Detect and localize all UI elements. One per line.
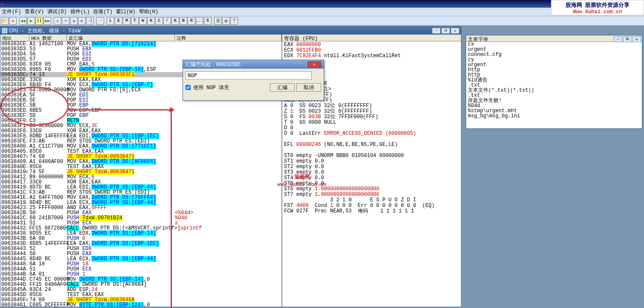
disasm-row[interactable]: 00638412.B9 06000000MOV ECX,6 — [0, 174, 281, 180]
tb-ff[interactable]: ▶▶ — [44, 17, 51, 25]
tb-e[interactable]: E — [115, 17, 122, 25]
disasm-row[interactable]: 00638400.A1 C11C7700MOV EAX,DWORD PTR DS… — [0, 144, 281, 149]
tb-m[interactable]: M — [123, 17, 131, 25]
string-item[interactable]: http — [466, 73, 642, 78]
dialog-close-button[interactable]: ✕ — [307, 61, 321, 67]
close-button[interactable]: ✕ — [632, 36, 641, 42]
menu-plugin[interactable]: 插件(L) — [70, 8, 90, 15]
tb-step-over[interactable]: ↷ — [62, 17, 70, 25]
disasm-row[interactable]: 00638461.C685 DCFEFFFFMOV BYTE PTR SS:[E… — [0, 302, 281, 307]
disasm-row[interactable]: 006383F1>B9 3C000000MOV ECX,3C — [0, 123, 281, 128]
disasm-row[interactable]: 00638409.A1 6486AF00MOV EAX,DWORD PTR DS… — [0, 159, 281, 164]
menu-view[interactable]: 查看(V) — [25, 8, 44, 15]
string-item[interactable]: cy — [466, 57, 642, 62]
tb-...[interactable]: ... — [196, 17, 203, 25]
min-button[interactable]: — — [614, 36, 622, 42]
nop-fill-checkbox[interactable] — [186, 85, 191, 90]
max-button[interactable]: ⧉ — [623, 36, 632, 42]
disasm-row[interactable]: 0063843D.8D85 14FEFFFFLEA EAX,DWORD PTR … — [0, 241, 281, 246]
tb-goto[interactable]: → — [96, 17, 104, 25]
string-item[interactable]: urgent — [466, 62, 642, 67]
disasm-row[interactable]: 00638423.25 FFFF0000AND EAX,0FFFF — [0, 205, 281, 210]
menubar: 文件(F) 查看(V) 调试(D) 插件(L) 选项(T) 窗口(W) 帮助(H… — [0, 8, 644, 16]
tb-pause[interactable]: || — [35, 17, 43, 25]
assemble-input[interactable] — [186, 71, 312, 80]
dialog-title[interactable]: 汇编于此处：006383DC ✕ — [183, 60, 324, 69]
disasm-row[interactable]: 006383EF.5DPOP EBP — [0, 113, 281, 118]
tb-/[interactable]: / — [163, 17, 171, 25]
string-item[interactable]: connect.cfg — [466, 52, 642, 57]
string-item[interactable]: msg_bg\msg_bg.ini — [466, 113, 642, 119]
string-item[interactable]: 文本文件(*.txt)|*.txt|| — [466, 88, 642, 93]
tb-s[interactable]: S — [204, 17, 212, 25]
menu-file[interactable]: 文件(F) — [2, 8, 21, 15]
max-button[interactable]: ⧉ — [441, 28, 450, 34]
disasm-row[interactable]: 006383ED.8BE5MOV ESP,EBP — [0, 108, 281, 113]
tb-help[interactable]: ? — [230, 17, 238, 25]
tb-settings[interactable]: ☰ — [214, 17, 222, 25]
tb-run[interactable]: ▶ — [27, 17, 35, 25]
tb-appearance[interactable]: ▤ — [222, 17, 230, 25]
menu-options[interactable]: 选项(T) — [93, 8, 113, 15]
disasm-row[interactable]: 006383D3.53PUSH EBX — [0, 46, 281, 52]
tb-trace-into[interactable]: ⇲ — [70, 17, 78, 25]
disasm-row[interactable]: 00638443.52PUSH EDX — [0, 246, 281, 251]
tb-close[interactable]: ✕ — [9, 17, 17, 25]
tb-trace-over[interactable]: ⇱ — [78, 17, 86, 25]
string-item[interactable]: cx — [466, 42, 642, 47]
strings-window: — ⧉ ✕ 文本字串 cxurgentconnect.cfgcyurgentht… — [466, 35, 642, 129]
tb-l[interactable]: L — [107, 17, 114, 25]
cpu-title[interactable]: CPU - 主线程, 模块 - TdxW — ⧉ ✕ — [0, 27, 461, 35]
annotation-arrow-v — [171, 110, 172, 308]
close-button[interactable]: ✕ — [451, 28, 459, 34]
tb-r[interactable]: R — [188, 17, 195, 25]
menu-debug[interactable]: 调试(D) — [47, 8, 67, 15]
tb-h[interactable]: H — [147, 17, 155, 25]
cpu-icon — [2, 28, 7, 33]
tb-k[interactable]: K — [171, 17, 179, 25]
disasm-row[interactable]: 006383CE.A1 14627100MOV EAX,DWORD PTR DS… — [0, 41, 281, 46]
disasm-row[interactable]: 0063845A.83C4 24ADD ESP,24 — [0, 287, 281, 292]
menu-help[interactable]: 帮助(H) — [139, 8, 159, 15]
string-item[interactable]: http — [466, 67, 642, 73]
tb-step-into[interactable]: ↴ — [54, 17, 61, 25]
tb-c[interactable]: C — [155, 17, 163, 25]
string-item[interactable]: %ld通告 — [466, 78, 642, 83]
toolbar: 📂 ✕ ◀◀ ▶ || ▶▶ ↴ ↷ ⇲ ⇱ →| → LEMTWHC/KBR.… — [0, 16, 644, 26]
tb-b[interactable]: B — [180, 17, 187, 25]
disasm-row[interactable]: 00638448.6A 18PUSH 18 — [0, 262, 281, 267]
menu-window[interactable]: 窗口(W) — [116, 8, 136, 15]
main-titlebar: ✳ — [0, 0, 644, 8]
app-icon: ✳ — [1, 1, 6, 6]
watermark-logo: 股海网 股票软件资源分享 Www.Guhai.com.cn — [551, 0, 644, 15]
tb-exec-till[interactable]: →| — [86, 17, 94, 25]
nop-fill-label: 使用 NOP 填充 — [193, 84, 229, 91]
tb-open[interactable]: 📂 — [1, 17, 9, 25]
disasm-row[interactable]: 0063842C.68 241B7000PUSH TdxW.00701B24%0… — [0, 215, 281, 221]
tb-t[interactable]: T — [131, 17, 139, 25]
annotation-arrow-h — [69, 109, 171, 110]
assemble-dialog: 汇编于此处：006383DC ✕ 使用 NOP 填充 汇编 取消 — [183, 60, 324, 101]
disasm-row[interactable]: 006383EC.5BPOP EBP — [0, 103, 281, 108]
assemble-button[interactable]: 汇编 — [270, 83, 295, 92]
cancel-button[interactable]: 取消 — [296, 83, 321, 92]
min-button[interactable]: — — [432, 28, 441, 34]
tb-rewind[interactable]: ◀◀ — [19, 17, 27, 25]
watermark-text: 股海网 www.Guhai.com.cn — [277, 173, 326, 189]
string-item[interactable]: 存盘文件失败! — [466, 98, 642, 103]
registers-header: 寄存器 (FPU) — [282, 35, 461, 41]
disasm-header: 地址 HEX 数据 反汇编 注释 — [0, 35, 281, 41]
disasm-row[interactable]: 006383D4.56PUSH ESI — [0, 52, 281, 57]
tb-w[interactable]: W — [139, 17, 147, 25]
